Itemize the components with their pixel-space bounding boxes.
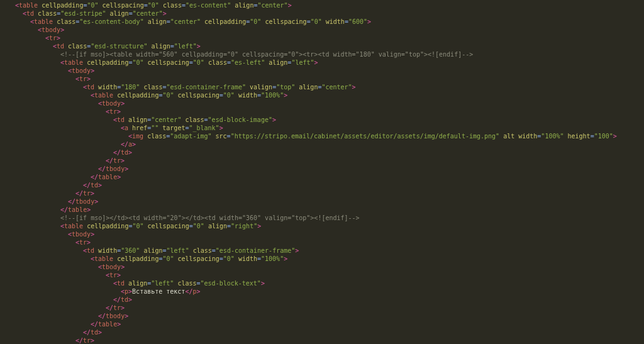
code-line: <tbody> — [5, 26, 644, 34]
code-line: <table cellpadding="0" cellspacing="0" c… — [5, 1, 644, 9]
code-line: <tr> — [5, 108, 644, 116]
code-line: </td> — [5, 328, 644, 336]
code-line: <img class="adapt-img" src="https://stri… — [5, 132, 644, 140]
code-line: <tr> — [5, 34, 644, 42]
code-line: <tr> — [5, 238, 644, 247]
code-line: </tbody> — [5, 312, 644, 320]
code-line: <p>Вставьте текст</p> — [5, 287, 644, 296]
code-line: <tbody> — [5, 99, 644, 108]
code-line: <tbody> — [5, 67, 644, 75]
code-line: <!--[if mso]></td><td width="20"></td><t… — [5, 214, 644, 222]
code-line: <tr> — [5, 271, 644, 279]
code-line: <td class="esd-stripe" align="center"> — [5, 9, 644, 18]
code-line: <!--[if mso]><table width="560" cellpadd… — [5, 50, 644, 58]
code-line: <tbody> — [5, 263, 644, 271]
code-line: <tbody> — [5, 230, 644, 238]
code-line: </table> — [5, 206, 644, 214]
code-line: </table> — [5, 173, 644, 181]
code-line: </tr> — [5, 336, 644, 344]
code-line: <table class="es-content-body" align="ce… — [5, 18, 644, 26]
code-line: </tbody> — [5, 165, 644, 173]
code-line: <table cellpadding="0" cellspacing="0" w… — [5, 255, 644, 263]
code-line: </tr> — [5, 157, 644, 165]
code-line: </a> — [5, 140, 644, 148]
code-block: <table cellpadding="0" cellspacing="0" c… — [0, 0, 644, 344]
code-line: <tr> — [5, 75, 644, 83]
code-line: <table cellpadding="0" cellspacing="0" w… — [5, 91, 644, 99]
code-line: </tr> — [5, 189, 644, 197]
code-line: </tbody> — [5, 197, 644, 206]
code-line: <table cellpadding="0" cellspacing="0" a… — [5, 222, 644, 230]
code-line: <table cellpadding="0" cellspacing="0" c… — [5, 58, 644, 67]
code-line: </td> — [5, 296, 644, 304]
code-line: <td width="180" class="esd-container-fra… — [5, 83, 644, 91]
code-line: </td> — [5, 148, 644, 157]
code-line: </table> — [5, 320, 644, 328]
code-line: </td> — [5, 181, 644, 189]
code-line: </tr> — [5, 304, 644, 312]
code-line: <td align="left" class="esd-block-text"> — [5, 279, 644, 287]
code-line: <td class="esd-structure" align="left"> — [5, 42, 644, 50]
code-line: <a href="" target="_blank"> — [5, 124, 644, 132]
code-line: <td align="center" class="esd-block-imag… — [5, 116, 644, 124]
code-line: <td width="360" align="left" class="esd-… — [5, 247, 644, 255]
